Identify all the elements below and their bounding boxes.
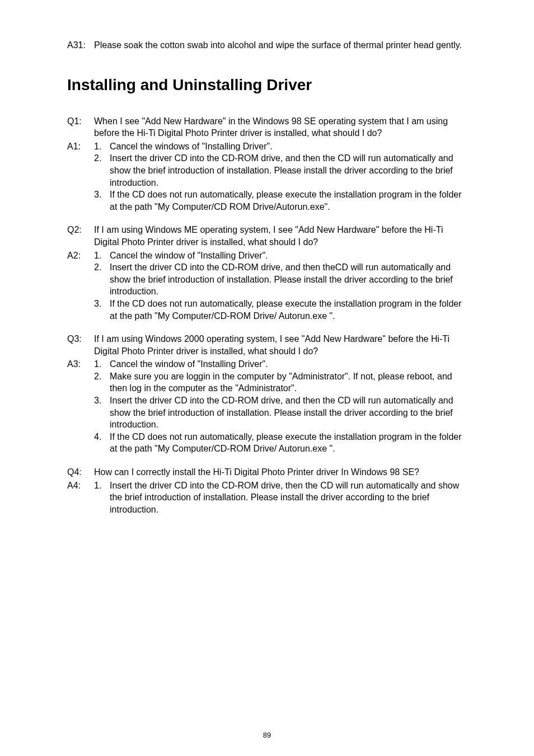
a3-item-3-text: Insert the driver CD into the CD-ROM dri… bbox=[110, 395, 467, 431]
a3-item-2-num: 2. bbox=[94, 370, 110, 383]
a3-item-4-num: 4. bbox=[94, 431, 110, 443]
q1-row: Q1: When I see "Add New Hardware" in the… bbox=[67, 115, 467, 139]
a3-item-4-text: If the CD does not run automatically, pl… bbox=[110, 431, 467, 455]
q2-row: Q2: If I am using Windows ME operating s… bbox=[67, 224, 467, 248]
a31-text: Please soak the cotton swab into alcohol… bbox=[94, 39, 467, 51]
a3-item-1-text: Cancel the window of "Installing Driver"… bbox=[110, 358, 467, 370]
a3-item-1: 1. Cancel the window of "Installing Driv… bbox=[94, 358, 467, 370]
a4-item-1: 1. Insert the driver CD into the CD-ROM … bbox=[94, 480, 467, 516]
q4-row: Q4: How can I correctly install the Hi-T… bbox=[67, 466, 467, 478]
a31-row: A31: Please soak the cotton swab into al… bbox=[67, 39, 467, 51]
a1-item-3-text: If the CD does not run automatically, pl… bbox=[110, 189, 467, 213]
a1-item-1: 1. Cancel the windows of "Installing Dri… bbox=[94, 140, 467, 153]
a3-item-2: 2. Make sure you are loggin in the compu… bbox=[94, 370, 467, 395]
a4-body: 1. Insert the driver CD into the CD-ROM … bbox=[94, 480, 467, 516]
q2-text: If I am using Windows ME operating syste… bbox=[94, 224, 467, 248]
a3-body: 1. Cancel the window of "Installing Driv… bbox=[94, 358, 467, 455]
q4-label: Q4: bbox=[67, 466, 94, 478]
a2-item-1: 1. Cancel the window of "Installing Driv… bbox=[94, 250, 467, 262]
a2-item-2-text: Insert the driver CD into the CD-ROM dri… bbox=[110, 261, 467, 298]
a31-label: A31: bbox=[67, 39, 94, 51]
page: A31: Please soak the cotton swab into al… bbox=[0, 0, 534, 756]
a1-item-2: 2. Insert the driver CD into the CD-ROM … bbox=[94, 152, 467, 189]
a2-item-2-num: 2. bbox=[94, 261, 110, 274]
a3-item-3: 3. Insert the driver CD into the CD-ROM … bbox=[94, 395, 467, 431]
a4-item-1-num: 1. bbox=[94, 480, 110, 492]
a2-label: A2: bbox=[67, 250, 94, 262]
gap bbox=[67, 456, 467, 466]
a1-label: A1: bbox=[67, 140, 94, 153]
a1-row: A1: 1. Cancel the windows of "Installing… bbox=[67, 140, 467, 213]
a3-item-1-num: 1. bbox=[94, 358, 110, 370]
a2-item-3-text: If the CD does not run automatically, pl… bbox=[110, 298, 467, 322]
a3-row: A3: 1. Cancel the window of "Installing … bbox=[67, 358, 467, 455]
a3-item-2-text: Make sure you are loggin in the computer… bbox=[110, 370, 467, 395]
gap bbox=[67, 214, 467, 224]
a1-item-1-num: 1. bbox=[94, 140, 110, 153]
a4-item-1-text: Insert the driver CD into the CD-ROM dri… bbox=[110, 480, 467, 516]
a3-item-3-num: 3. bbox=[94, 395, 110, 407]
q3-row: Q3: If I am using Windows 2000 operating… bbox=[67, 333, 467, 357]
a2-item-2: 2. Insert the driver CD into the CD-ROM … bbox=[94, 261, 467, 298]
q4-text: How can I correctly install the Hi-Ti Di… bbox=[94, 466, 467, 478]
gap bbox=[67, 323, 467, 333]
a4-row: A4: 1. Insert the driver CD into the CD-… bbox=[67, 480, 467, 516]
a1-item-3: 3. If the CD does not run automatically,… bbox=[94, 189, 467, 213]
a4-label: A4: bbox=[67, 480, 94, 492]
q1-label: Q1: bbox=[67, 115, 94, 128]
a2-row: A2: 1. Cancel the window of "Installing … bbox=[67, 250, 467, 322]
a2-item-1-num: 1. bbox=[94, 250, 110, 262]
a1-item-2-num: 2. bbox=[94, 152, 110, 165]
a1-item-2-text: Insert the driver CD into the CD-ROM dri… bbox=[110, 152, 467, 189]
a1-item-3-num: 3. bbox=[94, 189, 110, 201]
a1-body: 1. Cancel the windows of "Installing Dri… bbox=[94, 140, 467, 213]
a3-item-4: 4. If the CD does not run automatically,… bbox=[94, 431, 467, 455]
a2-item-3: 3. If the CD does not run automatically,… bbox=[94, 298, 467, 322]
section-heading: Installing and Uninstalling Driver bbox=[67, 76, 467, 94]
q3-label: Q3: bbox=[67, 333, 94, 345]
a2-item-1-text: Cancel the window of "Installing Driver"… bbox=[110, 250, 467, 262]
q3-text: If I am using Windows 2000 operating sys… bbox=[94, 333, 467, 357]
q2-label: Q2: bbox=[67, 224, 94, 236]
page-number: 89 bbox=[0, 731, 534, 739]
a1-item-1-text: Cancel the windows of "Installing Driver… bbox=[110, 140, 467, 153]
a2-body: 1. Cancel the window of "Installing Driv… bbox=[94, 250, 467, 322]
a3-label: A3: bbox=[67, 358, 94, 370]
a2-item-3-num: 3. bbox=[94, 298, 110, 310]
q1-text: When I see "Add New Hardware" in the Win… bbox=[94, 115, 467, 139]
